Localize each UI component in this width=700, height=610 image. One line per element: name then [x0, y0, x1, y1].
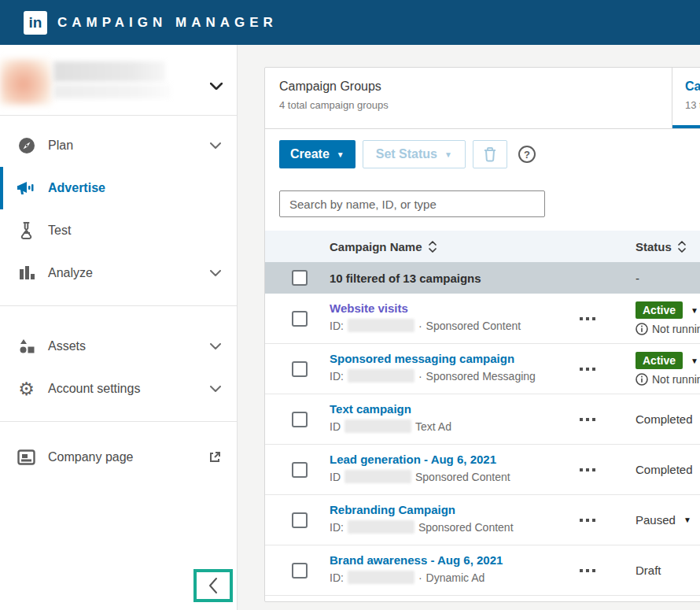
campaign-meta: IDText Ad — [330, 420, 558, 433]
table-row: Rebranding Campaign ID:Sponsored Content… — [265, 495, 700, 545]
campaign-link[interactable]: Sponsored messaging campaign — [330, 352, 514, 365]
table-row: Brand awareness - Aug 6, 2021 ID:·Dynami… — [265, 545, 700, 596]
row-more-menu[interactable] — [558, 394, 617, 444]
tab-subtitle: 13 total campaigns — [685, 99, 700, 111]
table-header-row: Campaign Name Status — [265, 231, 700, 262]
tab-campaigns[interactable]: Campaigns 13 total campaigns — [672, 68, 700, 128]
row-checkbox[interactable] — [292, 563, 308, 579]
caret-down-icon: ▼ — [691, 306, 698, 315]
chevron-down-icon — [210, 83, 223, 90]
sidebar-item-company-page[interactable]: Company page — [0, 436, 237, 479]
campaign-meta: IDSponsored Content — [330, 470, 558, 483]
chevron-down-icon — [210, 343, 221, 349]
campaign-link[interactable]: Website visits — [330, 301, 408, 315]
row-more-menu[interactable] — [558, 445, 617, 494]
app-title: CAMPAIGN MANAGER — [57, 15, 278, 31]
sidebar-item-label: Plan — [48, 139, 210, 153]
chevron-left-icon — [208, 577, 218, 594]
column-header-campaign-name[interactable]: Campaign Name — [322, 240, 558, 253]
caret-down-icon: ▼ — [691, 357, 698, 365]
sidebar-collapse-button[interactable] — [193, 569, 233, 602]
sidebar-item-advertise[interactable]: Advertise — [0, 167, 237, 209]
campaign-meta: ID:·Dynamic Ad — [330, 571, 558, 584]
bar-chart-icon — [16, 264, 37, 282]
sidebar-item-label: Analyze — [48, 266, 210, 280]
delete-button[interactable] — [473, 140, 507, 168]
sidebar-item-test[interactable]: Test — [0, 209, 237, 252]
campaigns-table: Campaign Name Status 1 — [265, 231, 700, 601]
campaign-link[interactable]: Lead generation - Aug 6, 2021 — [330, 453, 496, 466]
sort-icon[interactable] — [677, 240, 687, 253]
sidebar-item-assets[interactable]: Assets — [0, 325, 237, 368]
gear-icon: ⚙ — [16, 380, 37, 398]
select-all-checkbox[interactable] — [292, 270, 308, 286]
tab-campaign-groups[interactable]: Campaign Groups 4 total campaign groups — [265, 68, 672, 128]
sidebar-item-account-settings[interactable]: ⚙ Account settings — [0, 368, 237, 410]
campaign-link[interactable]: Text campaign — [330, 402, 411, 416]
campaign-id-redacted — [348, 319, 414, 332]
main-content: Campaign Groups 4 total campaign groups … — [238, 45, 700, 610]
shapes-icon — [16, 338, 37, 355]
caret-down-icon: ▼ — [683, 516, 691, 524]
company-page-icon — [16, 449, 37, 465]
sidebar-item-analyze[interactable]: Analyze — [0, 252, 237, 294]
status-label: Completed — [636, 412, 700, 426]
status-badge: Active — [636, 352, 683, 369]
account-name-redacted — [53, 61, 171, 98]
toolbar: Create▼ Set Status▼ ? — [265, 129, 700, 168]
table-row: Website visits ID:·Sponsored Content Act… — [265, 294, 700, 344]
sort-icon[interactable] — [428, 240, 437, 253]
tab-title: Campaign Groups — [279, 79, 672, 94]
campaign-id-redacted — [348, 369, 414, 383]
status-label: Completed — [636, 463, 700, 476]
row-checkbox[interactable] — [292, 361, 308, 377]
row-checkbox[interactable] — [292, 311, 308, 327]
sidebar-item-label: Advertise — [48, 181, 221, 195]
chevron-down-icon — [210, 386, 221, 392]
chevron-down-icon — [210, 142, 221, 149]
status-dropdown[interactable]: Active ▼ — [636, 301, 700, 319]
campaign-meta: ID:·Sponsored Messaging — [330, 369, 558, 383]
megaphone-icon — [16, 179, 37, 197]
create-button[interactable]: Create▼ — [279, 140, 356, 168]
row-checkbox[interactable] — [292, 512, 308, 528]
status-note: Not running — [636, 323, 700, 335]
row-more-menu[interactable] — [558, 294, 617, 343]
account-selector[interactable] — [0, 45, 237, 116]
sidebar-item-label: Test — [48, 224, 221, 238]
campaign-link[interactable]: Brand awareness - Aug 6, 2021 — [330, 553, 503, 567]
status-dropdown[interactable]: Active ▼ — [636, 352, 700, 369]
sidebar: Plan Advertise Test — [0, 45, 238, 610]
app-header: in CAMPAIGN MANAGER — [0, 0, 700, 45]
account-avatar — [0, 59, 52, 105]
row-checkbox[interactable] — [292, 412, 308, 427]
campaign-meta: ID:Sponsored Content — [330, 520, 558, 534]
info-icon — [636, 373, 648, 386]
table-row: Sponsored messaging campaign ID:·Sponsor… — [265, 344, 700, 394]
set-status-button[interactable]: Set Status▼ — [363, 140, 466, 168]
info-icon — [636, 323, 648, 335]
campaign-link[interactable]: Rebranding Campaign — [330, 503, 455, 516]
sidebar-item-plan[interactable]: Plan — [0, 124, 237, 167]
campaign-id-redacted — [344, 470, 411, 483]
trash-icon — [483, 146, 497, 162]
row-more-menu[interactable] — [558, 344, 617, 394]
compass-icon — [16, 136, 37, 155]
row-more-menu[interactable] — [558, 495, 617, 545]
status-badge: Active — [636, 301, 683, 319]
tab-title: Campaigns — [685, 79, 700, 94]
flask-icon — [16, 221, 37, 240]
sidebar-item-label: Assets — [48, 339, 210, 353]
tabstrip: Campaign Groups 4 total campaign groups … — [265, 68, 700, 129]
column-header-status[interactable]: Status — [617, 240, 700, 253]
linkedin-logo-icon: in — [24, 11, 47, 35]
caret-down-icon: ▼ — [444, 150, 452, 159]
row-more-menu[interactable] — [558, 545, 617, 595]
search-input[interactable] — [279, 190, 545, 217]
help-icon[interactable]: ? — [518, 146, 536, 163]
status-dropdown[interactable]: Paused ▼ — [636, 513, 700, 527]
filter-summary-row: 10 filtered of 13 campaigns - — [265, 262, 700, 294]
row-checkbox[interactable] — [292, 462, 308, 478]
sidebar-item-label: Company page — [48, 450, 208, 464]
campaign-id-redacted — [344, 420, 411, 433]
